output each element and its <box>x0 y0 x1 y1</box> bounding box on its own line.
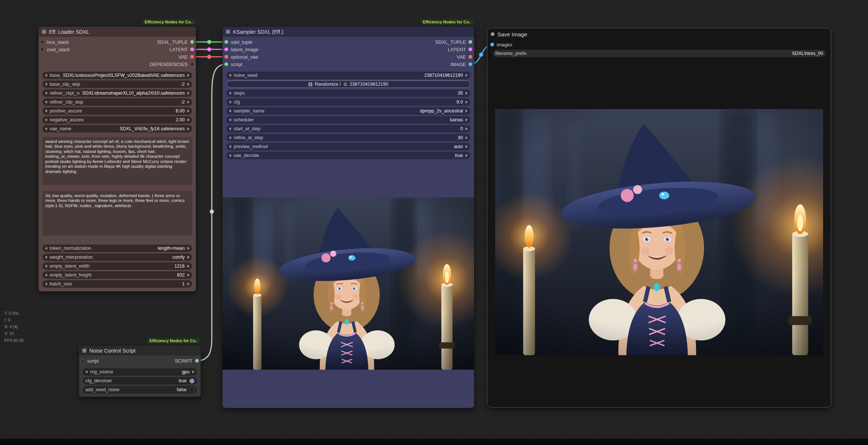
widget-negative-ascore[interactable]: negative_ascore 2.00 <box>42 116 192 124</box>
output-port-latent[interactable]: LATENT <box>448 47 472 52</box>
widget-preview-method[interactable]: preview_method auto <box>226 143 470 150</box>
decrement-icon[interactable] <box>45 256 47 259</box>
increment-icon[interactable] <box>187 109 190 112</box>
input-port-cnet-stack[interactable]: cnet_stack <box>40 47 70 52</box>
widget-positive-ascore[interactable]: positive_ascore 6.00 <box>42 107 192 115</box>
decrement-icon[interactable] <box>45 282 47 285</box>
decrement-icon[interactable] <box>229 74 231 77</box>
widget-batch-size[interactable]: batch_size 1 <box>42 280 192 288</box>
positive-prompt-textarea[interactable]: award winning character concept art of, … <box>42 137 192 185</box>
increment-icon[interactable] <box>187 127 190 130</box>
node-noise-control-script[interactable]: Noise Control Script script SCRIPT rng_s… <box>79 346 201 397</box>
increment-icon[interactable] <box>187 83 190 86</box>
decrement-icon[interactable] <box>45 247 47 250</box>
widget-empty-latent-height[interactable]: empty_latent_height 832 <box>42 271 192 279</box>
port-dot[interactable] <box>468 55 472 59</box>
decrement-icon[interactable] <box>85 370 88 373</box>
port-dot[interactable] <box>224 48 228 51</box>
widget-steps[interactable]: steps 35 <box>226 89 470 97</box>
widget-noise-seed[interactable]: noise_seed 238710419612190 <box>226 72 470 79</box>
decrement-icon[interactable] <box>45 101 47 104</box>
collapse-icon[interactable] <box>42 30 46 34</box>
increment-icon[interactable] <box>192 370 194 373</box>
input-port-latent-image[interactable]: latent_image <box>224 47 258 52</box>
decrement-icon[interactable] <box>45 118 47 121</box>
widget-vae-name[interactable]: vae_name SDXL_VAEfix_fp16.safetensors <box>42 125 192 132</box>
increment-icon[interactable] <box>187 247 190 250</box>
output-port-vae[interactable]: VAE <box>178 54 194 60</box>
widget-empty-latent-width[interactable]: empty_latent_width 1216 <box>42 262 192 270</box>
collapse-icon[interactable] <box>226 30 230 34</box>
output-port-latent[interactable]: LATENT <box>170 47 194 52</box>
decrement-icon[interactable] <box>229 118 231 121</box>
decrement-icon[interactable] <box>45 127 47 130</box>
decrement-icon[interactable] <box>229 101 231 104</box>
increment-icon[interactable] <box>187 256 190 259</box>
increment-icon[interactable] <box>466 109 468 112</box>
widget-weight-interpretation[interactable]: weight_interpretation comfy <box>42 253 192 261</box>
node-eff-loader-sdxl[interactable]: Eff. Loader SDXL lora_stack SDXL_TUPLE c… <box>39 27 196 291</box>
increment-icon[interactable] <box>466 136 468 139</box>
output-port-image[interactable]: IMAGE <box>450 62 472 67</box>
negative-prompt-textarea[interactable]: 3d, low quality, worst quality, mutation… <box>42 191 192 236</box>
toggle-icon[interactable] <box>190 379 194 383</box>
port-dot[interactable] <box>224 62 228 66</box>
port-dot[interactable] <box>224 40 228 44</box>
port-dot[interactable] <box>190 62 194 66</box>
increment-icon[interactable] <box>187 118 190 121</box>
decrement-icon[interactable] <box>45 109 47 112</box>
port-dot[interactable] <box>190 40 194 44</box>
collapse-icon[interactable] <box>82 349 86 353</box>
decrement-icon[interactable] <box>45 274 47 277</box>
port-dot[interactable] <box>40 40 44 44</box>
widget-filename-prefix[interactable]: filename_prefix SDXL\hires_00 <box>493 50 826 57</box>
increment-icon[interactable] <box>466 127 468 130</box>
input-port-script[interactable]: script <box>224 62 242 67</box>
widget-vae-decode[interactable]: vae_decode true <box>226 152 470 159</box>
output-port-sdxl-tuple[interactable]: SDXL_TUPLE <box>157 39 194 45</box>
widget-refine-at-step[interactable]: refine_at_step 30 <box>226 134 470 141</box>
port-dot[interactable] <box>490 43 494 46</box>
decrement-icon[interactable] <box>45 83 47 86</box>
port-dot[interactable] <box>195 359 199 363</box>
output-port-dependencies[interactable]: DEPENDENCIES <box>149 62 194 67</box>
randomize-seed-button[interactable]: ⚄ Randomize / ♻ 238710419612190 <box>226 81 470 88</box>
input-port-lora-stack[interactable]: lora_stack <box>40 39 69 45</box>
node-graph-canvas[interactable]: T: 0.00s I: 0 N: 4 [4] V: 16 FPS:60.06 E… <box>0 0 868 445</box>
port-dot[interactable] <box>81 359 85 363</box>
decrement-icon[interactable] <box>45 92 47 95</box>
node-ksampler-sdxl[interactable]: KSampler SDXL (Eff.) sdxl_tuple SDXL_TUP… <box>223 27 474 408</box>
increment-icon[interactable] <box>466 145 468 148</box>
toggle-icon[interactable] <box>190 387 194 392</box>
widget-start-at-step[interactable]: start_at_step 0 <box>226 125 470 132</box>
increment-icon[interactable] <box>187 92 190 95</box>
port-dot[interactable] <box>40 48 44 51</box>
port-dot[interactable] <box>468 40 472 44</box>
increment-icon[interactable] <box>187 274 190 277</box>
widget-rng-source[interactable]: rng_source gpu <box>83 368 197 376</box>
port-dot[interactable] <box>468 48 472 51</box>
increment-icon[interactable] <box>466 154 468 157</box>
output-port-sdxl-tuple[interactable]: SDXL_TUPLE <box>435 39 472 45</box>
port-dot[interactable] <box>224 55 228 59</box>
node-save-image[interactable]: Save Image images filename_prefix SDXL\h… <box>487 28 831 408</box>
increment-icon[interactable] <box>187 265 190 268</box>
widget-add-seed-noise[interactable]: add_seed_noise false <box>83 386 197 393</box>
widget-refiner-ckpt-name[interactable]: refiner_ckpt_name SDXL\dreamshaperXL10_a… <box>42 89 192 97</box>
node-header[interactable]: Noise Control Script <box>79 346 201 356</box>
input-port-images[interactable]: images <box>490 42 512 48</box>
decrement-icon[interactable] <box>229 92 231 95</box>
node-header[interactable]: Save Image <box>487 28 831 40</box>
widget-token-normalization[interactable]: token_normalization length+mean <box>42 245 192 252</box>
widget-cfg[interactable]: cfg 9.0 <box>226 98 470 106</box>
widget-base-ckpt-name[interactable]: base_ckpt_name SDXL\colossusProjectXLSFW… <box>42 72 192 79</box>
widget-cfg-denoiser[interactable]: cfg_denoiser true <box>83 377 197 385</box>
decrement-icon[interactable] <box>229 109 231 112</box>
decrement-icon[interactable] <box>229 145 231 148</box>
widget-scheduler[interactable]: scheduler karras <box>226 116 470 124</box>
collapse-icon[interactable] <box>491 32 494 36</box>
widget-sampler-name[interactable]: sampler_name dpmpp_2s_ancestral <box>226 107 470 115</box>
increment-icon[interactable] <box>466 101 468 104</box>
input-port-script[interactable]: script <box>81 358 99 364</box>
decrement-icon[interactable] <box>229 154 231 157</box>
